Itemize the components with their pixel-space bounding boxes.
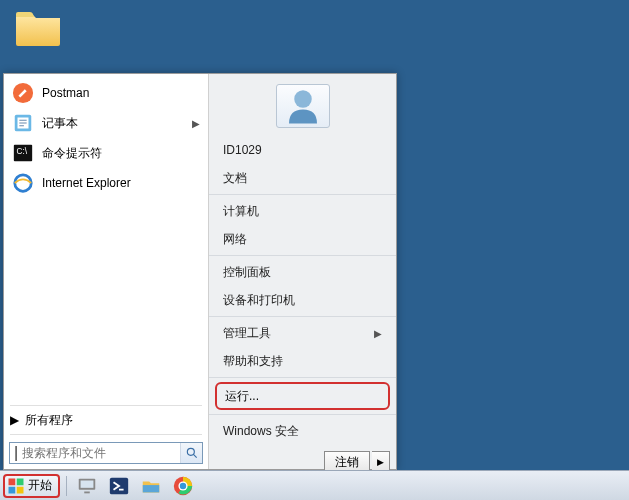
svg-rect-17 [143,485,160,492]
svg-point-8 [294,90,312,108]
svg-rect-9 [9,478,16,485]
search-box: | [9,442,203,464]
program-postman[interactable]: Postman [6,78,206,108]
control-panel-item[interactable]: 控制面板 [209,258,396,286]
svg-rect-14 [81,480,94,487]
program-notepad[interactable]: 记事本 ▶ [6,108,206,138]
chevron-right-icon: ▶ [10,413,19,427]
user-avatar-icon [282,85,324,127]
chevron-right-icon: ▶ [377,457,384,467]
divider [209,316,396,317]
taskbar-explorer[interactable] [137,474,165,498]
program-label: 命令提示符 [42,145,102,162]
username-item[interactable]: ID1029 [209,136,396,164]
divider [10,405,202,406]
divider [209,414,396,415]
chevron-right-icon: ▶ [192,118,200,129]
program-label: Postman [42,86,89,100]
svg-point-5 [15,175,32,192]
cmd-icon: C:\ [12,142,34,164]
all-programs-label: 所有程序 [25,412,73,429]
all-programs[interactable]: ▶ 所有程序 [4,408,208,432]
program-list: Postman 记事本 ▶ C:\ 命令提示符 Internet Expl [4,74,208,403]
program-label: Internet Explorer [42,176,131,190]
search-wrap: | [4,437,208,469]
admin-tools-item[interactable]: 管理工具▶ [209,319,396,347]
divider [66,476,67,496]
program-label: 记事本 [42,115,78,132]
svg-text:C:\: C:\ [17,147,28,156]
svg-point-20 [180,482,186,488]
run-item[interactable]: 运行... [215,382,390,410]
explorer-icon [140,475,162,497]
taskbar: 开始 [0,470,629,500]
program-cmd[interactable]: C:\ 命令提示符 [6,138,206,168]
chevron-right-icon: ▶ [374,328,382,339]
start-label: 开始 [28,477,52,494]
cursor-bar: | [10,444,18,462]
powershell-icon [108,475,130,497]
documents-item[interactable]: 文档 [209,164,396,192]
desktop-folder[interactable] [14,6,62,48]
taskbar-powershell[interactable] [105,474,133,498]
notepad-icon [12,112,34,134]
svg-rect-15 [84,491,90,493]
chrome-icon [172,475,194,497]
start-menu: Postman 记事本 ▶ C:\ 命令提示符 Internet Expl [3,73,397,470]
network-item[interactable]: 网络 [209,225,396,253]
search-icon [185,446,199,460]
taskbar-server-manager[interactable] [73,474,101,498]
ie-icon [12,172,34,194]
start-menu-right: ID1029 文档 计算机 网络 控制面板 设备和打印机 管理工具▶ 帮助和支持… [209,74,396,469]
divider [209,377,396,378]
server-manager-icon [76,475,98,497]
search-button[interactable] [180,443,202,463]
svg-line-7 [193,454,197,458]
windows-logo-icon [7,477,25,495]
program-ie[interactable]: Internet Explorer [6,168,206,198]
folder-icon [14,6,62,48]
svg-rect-12 [17,486,24,493]
svg-rect-11 [9,486,16,493]
postman-icon [12,82,34,104]
divider [10,434,202,435]
start-menu-left: Postman 记事本 ▶ C:\ 命令提示符 Internet Expl [4,74,209,469]
divider [209,194,396,195]
right-list: ID1029 文档 计算机 网络 控制面板 设备和打印机 管理工具▶ 帮助和支持… [209,136,396,445]
windows-security-item[interactable]: Windows 安全 [209,417,396,445]
computer-item[interactable]: 计算机 [209,197,396,225]
search-input[interactable] [18,446,180,460]
help-support-item[interactable]: 帮助和支持 [209,347,396,375]
divider [209,255,396,256]
taskbar-chrome[interactable] [169,474,197,498]
svg-rect-10 [17,478,24,485]
start-button[interactable]: 开始 [3,474,60,498]
devices-printers-item[interactable]: 设备和打印机 [209,286,396,314]
user-picture[interactable] [276,84,330,128]
